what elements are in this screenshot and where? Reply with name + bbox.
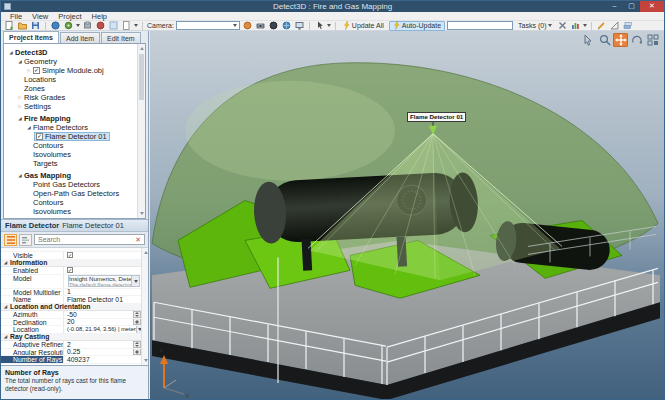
checkbox[interactable]: ✓ (33, 67, 40, 74)
spinner[interactable] (133, 319, 141, 326)
expander-icon[interactable]: ◢ (1, 260, 10, 265)
menu-project[interactable]: Project (53, 12, 86, 21)
dropdown-icon[interactable] (131, 276, 139, 286)
camera-combobox[interactable] (176, 21, 240, 30)
spinner[interactable] (133, 311, 141, 318)
group-ray-casting[interactable]: ◢Ray Casting (1, 334, 141, 342)
grid-scrollbar[interactable] (141, 248, 148, 365)
property-row-azimuth[interactable]: Azimuth-50 (1, 311, 141, 319)
expander-icon[interactable]: ▷ (16, 102, 24, 111)
views-layout-button[interactable] (645, 33, 660, 47)
orbit-tool-button[interactable] (629, 33, 644, 47)
checkbox[interactable]: ✓ (67, 267, 73, 273)
property-row-model-multiplier[interactable]: Model Multiplier1 (1, 289, 141, 297)
tree-item-point-gas-detectors[interactable]: Point Gas Detectors (4, 180, 136, 189)
pan-tool-button[interactable] (613, 33, 628, 47)
zoom-tool-button[interactable] (597, 33, 612, 47)
tab-edit-item[interactable]: Edit Item (101, 32, 141, 43)
tree-item-geometry[interactable]: ◢Geometry (4, 57, 136, 66)
add-view-icon[interactable] (50, 21, 61, 31)
checkbox[interactable]: ✓ (36, 133, 43, 140)
toolbar-search-input[interactable] (447, 21, 513, 30)
expander-icon[interactable]: ◢ (16, 114, 24, 123)
tree-item-open-path-gas-detectors[interactable]: Open-Path Gas Detectors (4, 189, 136, 198)
chart-dropdown-icon[interactable] (583, 24, 587, 27)
camera-orange-icon[interactable] (242, 21, 253, 31)
properties-search-input[interactable] (38, 236, 135, 243)
scroll-up-icon[interactable] (140, 47, 144, 50)
property-row-enabled[interactable]: Enabled✓ (1, 267, 141, 275)
categorized-view-button[interactable] (4, 234, 17, 246)
menu-help[interactable]: Help (87, 12, 112, 21)
tools-icon[interactable] (557, 21, 568, 31)
new-project-icon[interactable] (4, 21, 15, 31)
tree-item-isovolumes-fire[interactable]: Isovolumes (4, 150, 136, 159)
geometry-icon[interactable] (82, 21, 93, 31)
ruler-icon[interactable] (609, 21, 620, 31)
save-icon[interactable] (30, 21, 41, 31)
tree-item-flame-detector-01[interactable]: ✓Flame Detector 01 (4, 132, 136, 141)
update-all-button[interactable]: Update All (340, 21, 387, 31)
tree-item-risk-grades[interactable]: ▷Risk Grades (4, 93, 136, 102)
tab-add-item[interactable]: Add Item (60, 32, 100, 43)
tree-item-locations[interactable]: Locations (4, 75, 136, 84)
clear-search-icon[interactable]: ✕ (135, 234, 141, 245)
scrollbar-thumb[interactable] (139, 54, 144, 100)
property-row-declination[interactable]: Declination20 (1, 319, 141, 327)
expander-icon[interactable]: ◢ (25, 123, 33, 132)
alphabetical-view-button[interactable] (19, 234, 32, 246)
flame-detector-label[interactable]: Flame Detector 01 (407, 112, 466, 122)
model-combobox[interactable]: Insight Numerics, Detect3DThe default fl… (68, 275, 140, 287)
group-location-orientation[interactable]: ◢Location and Orientation (1, 304, 141, 312)
select-cursor-icon[interactable] (314, 21, 325, 31)
3d-scene[interactable]: z y (150, 31, 664, 399)
expander-icon[interactable]: ◢ (1, 304, 10, 309)
select-tool-button[interactable] (581, 33, 596, 47)
tree-item-contours-gas[interactable]: Contours (4, 198, 136, 207)
grid-icon[interactable] (108, 21, 119, 31)
tree-item-settings[interactable]: ▷Settings (4, 102, 136, 111)
tree-item-targets[interactable]: Targets (4, 159, 136, 168)
layers-icon[interactable] (622, 21, 633, 31)
open-project-icon[interactable] (17, 21, 28, 31)
chart-icon[interactable] (570, 21, 581, 31)
expander-icon[interactable]: ◢ (16, 57, 24, 66)
scroll-down-icon[interactable] (140, 212, 144, 215)
spinner[interactable] (133, 349, 141, 356)
report-dropdown-icon[interactable] (134, 24, 138, 27)
camera-capture-icon[interactable] (255, 21, 266, 31)
globe-icon[interactable] (281, 21, 292, 31)
auto-update-button[interactable]: Auto-Update (389, 21, 445, 31)
delete-icon[interactable] (95, 21, 106, 31)
scroll-down-icon[interactable] (144, 359, 148, 362)
expander-icon[interactable]: ▷ (16, 93, 24, 102)
tree-item-isovolumes-gas[interactable]: Isovolumes (4, 207, 136, 216)
tasks-button[interactable]: Tasks (0) (515, 21, 555, 31)
property-row-model[interactable]: ModelInsight Numerics, Detect3DThe defau… (1, 275, 141, 289)
dark-sphere-icon[interactable] (268, 21, 279, 31)
report-icon[interactable] (121, 21, 132, 31)
viewport-3d[interactable]: z y Flame Detector 01 (150, 31, 664, 399)
tab-project-items[interactable]: Project Items (3, 31, 59, 43)
menu-view[interactable]: View (27, 12, 53, 21)
tree-item-simple-module[interactable]: ▷✓Simple Module.obj (4, 66, 136, 75)
property-row-adaptive-refinements[interactable]: Adaptive Refinements2 (1, 341, 141, 349)
tree-item-gas-mapping[interactable]: ◢Gas Mapping (4, 171, 136, 180)
tree-item-contours-fire[interactable]: Contours (4, 141, 136, 150)
expander-icon[interactable]: ◢ (16, 171, 24, 180)
tree-item-zones[interactable]: Zones (4, 84, 136, 93)
property-row-angular-resolution[interactable]: Angular Resolution0.25 (1, 349, 141, 357)
window-minimize-button[interactable]: – (606, 1, 623, 12)
scroll-up-icon[interactable] (144, 251, 148, 254)
tree-item-detect3d[interactable]: ◢Detect3D (4, 48, 136, 57)
group-information[interactable]: ◢Information (1, 260, 141, 268)
settings-dropdown-icon[interactable] (76, 24, 80, 27)
tree-item-flame-detectors[interactable]: ◢Flame Detectors (4, 123, 136, 132)
pencil-icon[interactable] (596, 21, 607, 31)
window-close-button[interactable]: ✕ (640, 1, 664, 12)
monitor-icon[interactable] (294, 21, 305, 31)
property-row-number-of-rays[interactable]: Number of Rays409237 (1, 356, 141, 364)
expander-icon[interactable]: ◢ (1, 334, 10, 339)
expander-icon[interactable]: ▷ (25, 66, 33, 75)
tree-item-fire-mapping[interactable]: ◢Fire Mapping (4, 114, 136, 123)
